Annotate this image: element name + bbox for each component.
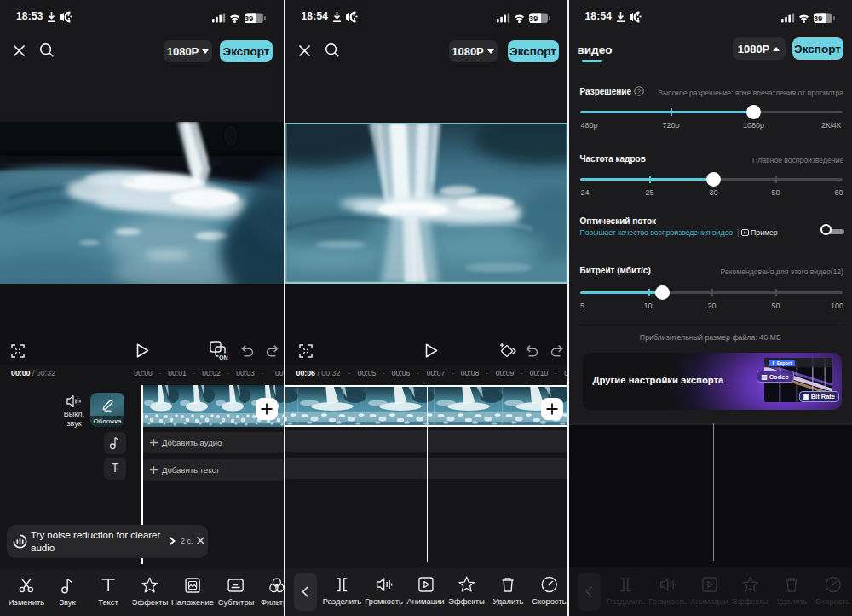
svg-text:ON: ON	[219, 354, 228, 360]
svg-text:?: ?	[636, 88, 641, 95]
svg-text:39: 39	[813, 14, 822, 23]
svg-text:39: 39	[528, 14, 538, 23]
svg-text:39: 39	[245, 14, 254, 23]
